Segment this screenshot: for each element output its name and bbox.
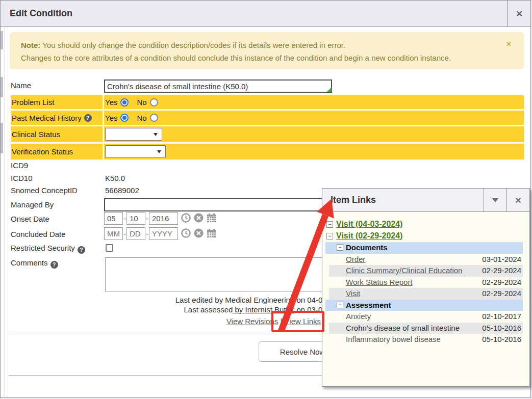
concluded-mm-input[interactable]	[104, 227, 123, 240]
chevron-down-icon	[492, 198, 498, 202]
item-link[interactable]: Order	[346, 255, 365, 263]
item-label: Anxiety	[346, 312, 371, 321]
linked-item-row: Crohn's disease of small intestine05-10-…	[329, 323, 523, 334]
item-date: 05-10-2016	[482, 335, 521, 343]
item-links-tree: −Visit (04-03-2024)−Visit (02-29-2024)−D…	[322, 219, 529, 345]
linked-item-row: Work Status Report02-29-2024	[329, 277, 523, 288]
visit-link[interactable]: Visit (04-03-2024)	[336, 220, 402, 229]
item-links-header: Item Links ✕	[322, 189, 529, 212]
onset-date-group: --	[104, 212, 217, 225]
item-link[interactable]: Visit	[346, 289, 360, 298]
visit-row: −Visit (04-03-2024)	[322, 219, 529, 231]
popup-close-icon[interactable]: ✕	[506, 189, 529, 212]
restricted-security-text: Restricted Security	[11, 244, 75, 252]
item-label: Inflammatory bowel disease	[346, 335, 441, 343]
concluded-dd-input[interactable]	[126, 227, 145, 240]
resize-grip-icon[interactable]	[326, 87, 332, 92]
view-links-link[interactable]: View Links	[285, 317, 321, 326]
dialog-close-icon[interactable]: ✕	[508, 1, 530, 27]
onset-yyyy-input[interactable]	[149, 212, 178, 225]
linked-item-row: Anxiety02-10-2017	[329, 311, 523, 323]
dialog-window: Edit Condition ✕ Note: You should only c…	[0, 0, 531, 398]
item-link[interactable]: Clinic Summary/Clinical Education	[346, 266, 462, 275]
verification-status-label: Verification Status	[11, 144, 103, 159]
item-date: 02-10-2017	[482, 312, 521, 321]
last-assessed-prefix: Last assessed	[184, 305, 233, 314]
clinical-status-label: Clinical Status	[11, 126, 103, 142]
collapse-minus-icon[interactable]: −	[337, 244, 343, 251]
warning-line-1: Note: You should only change the conditi…	[21, 41, 345, 49]
comments-label: Comments?	[11, 258, 58, 269]
banner-close-icon[interactable]: ✕	[506, 40, 512, 48]
background-fragment	[1, 31, 3, 49]
date-separator: -	[123, 214, 126, 223]
name-label: Name	[11, 81, 31, 90]
comments-text: Comments	[11, 258, 48, 267]
edit-condition-dialog: Edit Condition ✕ Note: You should only c…	[0, 0, 532, 399]
onset-dd-input[interactable]	[126, 212, 145, 225]
calendar-icon[interactable]	[207, 228, 217, 240]
collapse-minus-icon[interactable]: −	[326, 221, 333, 228]
yes-label: Yes	[105, 98, 117, 107]
warning-bold: Note:	[21, 41, 40, 49]
help-icon[interactable]: ?	[84, 114, 92, 122]
concluded-yyyy-input[interactable]	[149, 227, 178, 240]
clock-icon[interactable]	[181, 228, 191, 240]
problem-list-no-radio[interactable]	[150, 98, 158, 107]
verification-status-row: Verification Status	[11, 144, 524, 159]
section-header-row: −Documents	[325, 242, 523, 254]
onset-mm-input[interactable]	[104, 212, 123, 225]
icd10-label: ICD10	[11, 174, 33, 182]
background-fragment	[1, 123, 3, 153]
icd10-value: K50.0	[105, 174, 125, 182]
problem-list-field: Yes No	[104, 95, 524, 109]
linked-item-row: Order03-01-2024	[329, 254, 523, 265]
warning-text: You should only change the condition des…	[40, 41, 345, 49]
pmh-no-radio[interactable]	[150, 114, 158, 122]
pmh-yes-radio[interactable]	[120, 114, 129, 122]
dialog-titlebar: Edit Condition ✕	[1, 1, 530, 27]
clear-icon[interactable]	[194, 228, 204, 240]
clinical-status-row: Clinical Status	[11, 126, 524, 142]
comments-textarea[interactable]	[105, 257, 337, 291]
past-medical-history-field: Yes No	[104, 111, 524, 125]
calendar-icon[interactable]	[207, 213, 217, 224]
view-revisions-link[interactable]: View Revisions	[226, 317, 278, 326]
section-title: Documents	[346, 243, 388, 252]
collapse-minus-icon[interactable]: −	[326, 233, 333, 240]
help-icon[interactable]: ?	[78, 246, 85, 254]
visit-link[interactable]: Visit (02-29-2024)	[336, 231, 402, 241]
links-separator: |	[280, 317, 282, 326]
linked-item-row: Clinic Summary/Clinical Education02-29-2…	[329, 265, 523, 277]
item-date: 02-29-2024	[482, 266, 521, 275]
help-icon[interactable]: ?	[50, 261, 58, 269]
past-medical-history-text: Past Medical History	[12, 114, 82, 122]
clinical-status-field	[104, 126, 524, 142]
warning-line-2: Changes to the core attributes of a cond…	[21, 54, 451, 62]
problem-list-yes-radio[interactable]	[120, 98, 129, 107]
linked-item-row: Inflammatory bowel disease05-10-2016	[329, 334, 523, 345]
date-separator: -	[146, 229, 148, 238]
past-medical-history-label: Past Medical History ?	[11, 111, 103, 125]
date-separator: -	[146, 214, 148, 223]
section-title: Assessment	[346, 301, 391, 309]
concluded-date-label: Concluded Date	[11, 230, 66, 238]
last-assessed-by-link[interactable]: by Internist Butler	[233, 305, 294, 314]
item-link[interactable]: Work Status Report	[346, 278, 413, 286]
managed-by-input[interactable]	[104, 198, 354, 211]
restricted-security-checkbox[interactable]	[106, 244, 113, 252]
name-input[interactable]	[104, 79, 332, 93]
clock-icon[interactable]	[181, 213, 191, 224]
collapse-popup-button[interactable]	[484, 189, 506, 212]
item-date: 02-29-2024	[482, 278, 521, 286]
restricted-security-label: Restricted Security?	[11, 244, 85, 254]
icd9-label: ICD9	[11, 161, 28, 170]
clear-icon[interactable]	[194, 213, 204, 224]
item-date: 03-01-2024	[482, 255, 521, 263]
clinical-status-select[interactable]	[105, 128, 162, 141]
item-date: 02-29-2024	[482, 289, 521, 298]
section-header-row: −Assessment	[325, 300, 523, 311]
collapse-minus-icon[interactable]: −	[337, 302, 343, 308]
no-label: No	[137, 114, 146, 122]
verification-status-select[interactable]	[105, 145, 166, 158]
